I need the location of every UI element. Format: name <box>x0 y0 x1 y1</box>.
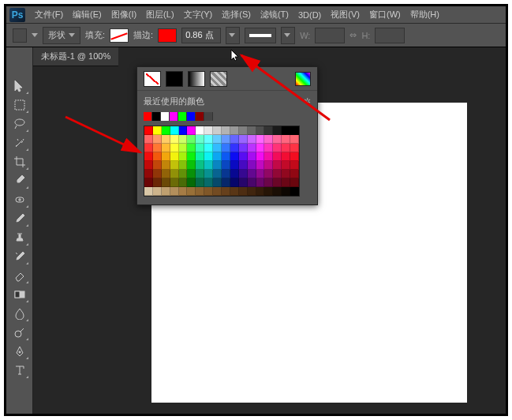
color-swatch[interactable] <box>282 135 290 144</box>
recent-swatch[interactable] <box>161 112 170 121</box>
color-swatch[interactable] <box>162 178 170 187</box>
color-swatch[interactable] <box>170 161 179 170</box>
color-swatch[interactable] <box>144 135 153 144</box>
color-swatch[interactable] <box>273 152 282 161</box>
color-swatch[interactable] <box>273 178 282 187</box>
color-swatch[interactable] <box>290 170 299 178</box>
color-swatch[interactable] <box>239 144 248 152</box>
color-swatch[interactable] <box>290 187 299 196</box>
clone-stamp-tool[interactable] <box>10 229 29 246</box>
color-swatch[interactable] <box>256 152 265 161</box>
color-swatch[interactable] <box>222 152 230 161</box>
color-swatch[interactable] <box>170 187 179 196</box>
color-swatch[interactable] <box>239 135 248 144</box>
recent-swatch[interactable] <box>152 112 161 121</box>
type-tool[interactable] <box>10 362 29 379</box>
stroke-width-field[interactable]: 0.86 点 <box>181 28 221 43</box>
color-swatch[interactable] <box>179 161 188 170</box>
color-swatch[interactable] <box>187 170 196 178</box>
color-picker-button[interactable] <box>295 72 311 86</box>
color-swatch[interactable] <box>179 187 188 196</box>
color-swatch[interactable] <box>144 178 153 187</box>
color-swatch[interactable] <box>282 187 290 196</box>
pen-tool[interactable] <box>10 343 29 360</box>
color-swatch[interactable] <box>144 170 153 178</box>
color-swatch[interactable] <box>204 152 213 161</box>
color-swatch[interactable] <box>248 135 256 144</box>
color-swatch[interactable] <box>196 161 204 170</box>
color-swatch[interactable] <box>256 170 265 178</box>
gradient-button[interactable] <box>188 71 205 87</box>
color-swatch[interactable] <box>162 152 170 161</box>
color-swatch[interactable] <box>273 187 282 196</box>
no-color-button[interactable] <box>144 71 161 87</box>
color-swatch[interactable] <box>264 152 273 161</box>
color-swatch[interactable] <box>230 144 239 152</box>
color-swatch[interactable] <box>282 170 290 178</box>
color-swatch[interactable] <box>273 144 282 152</box>
color-swatch[interactable] <box>282 152 290 161</box>
color-swatch[interactable] <box>187 178 196 187</box>
color-swatch[interactable] <box>213 161 222 170</box>
color-swatch[interactable] <box>230 152 239 161</box>
color-swatch[interactable] <box>256 144 265 152</box>
color-swatch[interactable] <box>213 144 222 152</box>
color-swatch[interactable] <box>248 126 256 135</box>
dodge-tool[interactable] <box>10 324 29 341</box>
color-swatch[interactable] <box>153 161 162 170</box>
move-tool[interactable] <box>10 77 29 95</box>
color-swatch[interactable] <box>230 170 239 178</box>
lasso-tool[interactable] <box>10 115 29 133</box>
menu-edit[interactable]: 编辑(E) <box>68 9 107 21</box>
gear-icon[interactable]: ✲ <box>304 96 311 107</box>
color-swatch[interactable] <box>248 144 256 152</box>
solid-color-button[interactable] <box>166 71 183 87</box>
color-swatch[interactable] <box>222 126 230 135</box>
color-swatch[interactable] <box>239 126 248 135</box>
eraser-tool[interactable] <box>10 267 29 284</box>
color-swatch[interactable] <box>248 178 256 187</box>
color-swatch[interactable] <box>256 178 265 187</box>
color-swatch[interactable] <box>282 161 290 170</box>
color-swatch[interactable] <box>222 144 230 152</box>
color-swatch[interactable] <box>239 170 248 178</box>
color-swatch[interactable] <box>230 161 239 170</box>
color-swatch[interactable] <box>248 161 256 170</box>
color-swatch[interactable] <box>196 187 204 196</box>
height-field[interactable] <box>375 28 405 43</box>
menu-window[interactable]: 窗口(W) <box>364 9 405 21</box>
color-swatch[interactable] <box>213 178 222 187</box>
color-swatch[interactable] <box>222 135 230 144</box>
menu-select[interactable]: 选择(S) <box>217 9 256 21</box>
recent-swatch[interactable] <box>170 112 178 121</box>
stroke-swatch[interactable] <box>158 28 177 43</box>
color-swatch[interactable] <box>230 135 239 144</box>
menu-file[interactable]: 文件(F) <box>30 9 68 21</box>
color-swatch[interactable] <box>179 178 188 187</box>
color-swatch[interactable] <box>248 187 256 196</box>
menu-filter[interactable]: 滤镜(T) <box>256 9 293 21</box>
chevron-down-icon[interactable] <box>32 33 38 37</box>
healing-brush-tool[interactable] <box>10 191 29 208</box>
menu-type[interactable]: 文字(Y) <box>179 9 218 21</box>
color-swatch[interactable] <box>239 152 248 161</box>
color-swatch[interactable] <box>213 126 222 135</box>
color-swatch[interactable] <box>282 144 290 152</box>
menu-3d[interactable]: 3D(D) <box>293 10 326 20</box>
color-swatch[interactable] <box>204 178 213 187</box>
menu-layer[interactable]: 图层(L) <box>141 9 178 21</box>
color-swatch[interactable] <box>162 126 170 135</box>
color-swatch[interactable] <box>290 126 299 135</box>
color-swatch[interactable] <box>273 170 282 178</box>
color-swatch[interactable] <box>153 152 162 161</box>
recent-swatch[interactable] <box>196 112 204 121</box>
color-swatch[interactable] <box>264 170 273 178</box>
color-swatch[interactable] <box>282 126 290 135</box>
color-swatch[interactable] <box>170 144 179 152</box>
recent-swatch[interactable] <box>144 112 152 121</box>
tool-preset-swatch[interactable] <box>13 28 27 43</box>
color-swatch[interactable] <box>290 144 299 152</box>
gradient-tool[interactable] <box>10 286 29 303</box>
eyedropper-tool[interactable] <box>10 172 29 189</box>
color-swatch[interactable] <box>230 187 239 196</box>
